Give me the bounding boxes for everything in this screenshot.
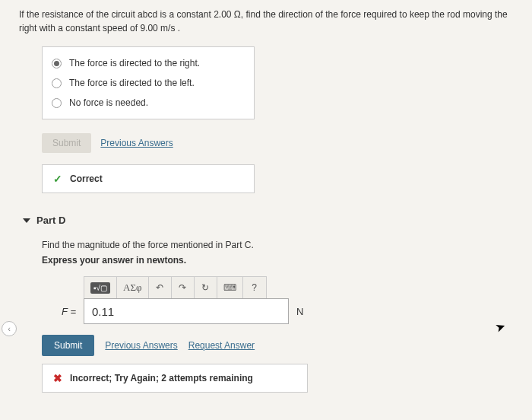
instruction: Find the magnitude of the force mentione… [42, 240, 521, 250]
redo-tool[interactable]: ↷ [172, 277, 195, 298]
request-answer-link[interactable]: Request Answer [188, 340, 255, 351]
option-label: The force is directed to the right. [69, 58, 200, 68]
option-label: The force is directed to the left. [69, 78, 195, 88]
greek-tool[interactable]: ΑΣφ [117, 277, 148, 298]
undo-tool[interactable]: ↶ [149, 277, 172, 298]
feedback-correct: ✓ Correct [42, 164, 255, 193]
question-prompt: If the resistance of the circuit abcd is… [19, 8, 521, 35]
sub-instruction: Express your answer in newtons. [42, 255, 521, 266]
option-left[interactable]: The force is directed to the left. [43, 73, 254, 93]
option-right[interactable]: The force is directed to the right. [43, 53, 254, 73]
answer-input[interactable] [84, 298, 289, 324]
unit-label: N [296, 306, 303, 317]
template-tool[interactable]: ▪√▢ [84, 277, 117, 298]
variable-label: F = [42, 306, 76, 317]
previous-answers-link[interactable]: Previous Answers [105, 340, 177, 351]
submit-button[interactable]: Submit [42, 335, 94, 356]
check-icon: ✓ [53, 173, 62, 185]
part-title: Part D [36, 215, 65, 226]
option-label: No force is needed. [69, 97, 148, 108]
previous-answers-link[interactable]: Previous Answers [100, 138, 173, 148]
radio-icon [52, 59, 62, 68]
prev-nav-button[interactable]: ‹ [2, 321, 17, 336]
equation-toolbar: ▪√▢ ΑΣφ ↶ ↷ ↻ ⌨ ? [84, 276, 267, 299]
feedback-incorrect: ✖ Incorrect; Try Again; 2 attempts remai… [42, 364, 308, 393]
chevron-down-icon [23, 218, 30, 223]
part-d-header[interactable]: Part D [19, 215, 521, 226]
help-tool[interactable]: ? [243, 277, 266, 298]
submit-button-disabled: Submit [42, 133, 91, 153]
feedback-text: Correct [70, 173, 103, 184]
x-icon: ✖ [53, 372, 62, 384]
radio-icon [52, 78, 62, 88]
incorrect-text: Incorrect; Try Again; 2 attempts remaini… [70, 373, 253, 383]
options-group: The force is directed to the right. The … [42, 46, 255, 119]
keyboard-tool[interactable]: ⌨ [217, 277, 243, 298]
reset-tool[interactable]: ↻ [195, 277, 217, 298]
radio-icon [52, 98, 62, 108]
option-none[interactable]: No force is needed. [43, 93, 254, 113]
